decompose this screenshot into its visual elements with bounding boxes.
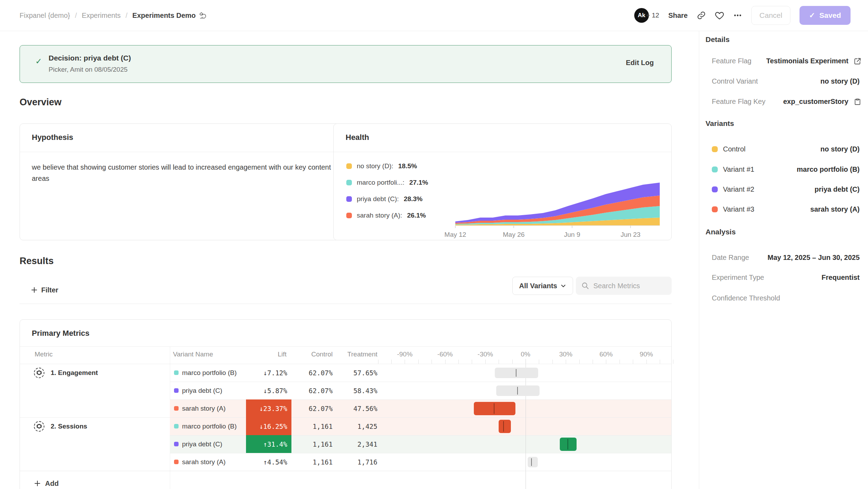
metric-cell: 1. Engagement	[34, 364, 98, 382]
variant-name: marco portfolio (B)	[182, 369, 237, 377]
search-metrics-box	[576, 277, 672, 295]
decision-banner: ✓ Decision: priya debt (C) Picker, Amit …	[20, 45, 672, 83]
search-metrics-input[interactable]	[593, 282, 664, 290]
treatment-value: 1,716	[328, 453, 377, 471]
legend-value: 28.3%	[404, 195, 422, 203]
metric-table-row[interactable]: sarah story (A)↓23.37%62.07%47.56%	[20, 399, 671, 417]
external-link-icon[interactable]	[853, 57, 862, 65]
cancel-button[interactable]: Cancel	[751, 6, 790, 25]
variant-cell: priya debt (C)	[174, 382, 222, 399]
right-sidebar: DetailsFeature FlagTestimonials Experime…	[699, 31, 868, 489]
health-legend-item: priya debt (C):28.3%	[346, 195, 422, 203]
add-metric-button[interactable]: Add	[34, 476, 59, 489]
ci-median-tick	[567, 439, 568, 449]
legend-label: priya debt (C):	[357, 195, 399, 203]
add-filter-button[interactable]: Filter	[31, 281, 58, 299]
hypothesis-card: Hypothesis we believe that showing custo…	[20, 123, 344, 240]
metric-table-row[interactable]: sarah story (A)↑4.54%1,1611,716	[20, 453, 671, 471]
breadcrumb-item-experiments[interactable]: Experiments	[82, 12, 121, 20]
main-content: ✓ Decision: priya debt (C) Picker, Amit …	[0, 31, 699, 489]
axis-tick	[673, 360, 673, 364]
breadcrumb-item-current[interactable]: Experiments Demo	[132, 12, 206, 20]
sidebar-row-variant-2: Variant #2priya debt (C)	[699, 183, 868, 197]
plus-icon	[31, 286, 38, 293]
sidebar-row-experiment-type: Experiment TypeFrequentist	[699, 271, 868, 285]
confidence-interval-bar	[496, 385, 540, 396]
confidence-interval-bar	[474, 402, 515, 415]
variant-color-swatch	[712, 166, 718, 172]
variants-dropdown[interactable]: All Variants	[512, 277, 573, 295]
primary-metrics-card: Primary Metrics Metric Variant Name Lift…	[20, 319, 672, 489]
sidebar-value: May 12, 2025 – Jun 30, 2025	[767, 254, 860, 262]
sidebar-row-feature-flag-key: Feature Flag Keyexp_customerStory	[699, 95, 868, 109]
chevron-down-icon	[560, 283, 566, 289]
x-axis-tick-label: Jun 23	[621, 231, 641, 238]
metric-table-row[interactable]: priya debt (C)↓5.87%62.07%58.43%	[20, 382, 671, 399]
copy-link-icon[interactable]	[697, 11, 706, 20]
sidebar-value: Testimonials Experiment	[766, 57, 848, 65]
health-card: Health no story (D):18.5%marco portfoli.…	[333, 123, 672, 240]
sidebar-value: priya debt (C)	[815, 185, 860, 193]
variant-name: priya debt (C)	[182, 387, 222, 395]
sidebar-heading-details: Details	[706, 35, 730, 44]
share-button[interactable]: Share	[668, 12, 688, 20]
plus-icon	[34, 480, 41, 487]
breadcrumb-item-project[interactable]: Fixpanel {demo}	[20, 12, 70, 20]
favorite-heart-icon[interactable]	[715, 11, 724, 20]
metric-table-row[interactable]: 2. Sessionsmarco portfolio (B)↓16.25%1,1…	[20, 417, 671, 435]
variant-color-swatch	[712, 186, 718, 192]
row-divider	[170, 453, 671, 453]
ci-median-tick	[494, 403, 494, 414]
sidebar-label: Feature Flag Key	[712, 98, 765, 106]
control-value: 62.07%	[284, 382, 333, 399]
legend-label: marco portfoli...:	[357, 179, 404, 186]
divider	[20, 304, 672, 304]
sidebar-row-date-range: Date RangeMay 12, 2025 – Jun 30, 2025	[699, 251, 868, 265]
legend-color-swatch	[346, 180, 352, 185]
control-value: 1,161	[284, 435, 333, 453]
health-chart-svg: May 12May 26Jun 9Jun 23	[453, 183, 662, 239]
sidebar-heading-variants: Variants	[706, 119, 734, 128]
row-highlight	[170, 399, 671, 417]
saved-button[interactable]: ✓ Saved	[800, 6, 851, 25]
sidebar-value: sarah story (A)	[810, 205, 860, 213]
clipboard-icon[interactable]	[853, 98, 862, 106]
metric-table-row[interactable]: 1. Engagementmarco portfolio (B)↓7.12%62…	[20, 364, 671, 382]
health-legend-item: sarah story (A):26.1%	[346, 212, 426, 219]
variant-cell: priya debt (C)	[174, 435, 222, 453]
variant-cell: marco portfolio (B)	[174, 417, 237, 435]
more-options-icon[interactable]	[733, 11, 742, 20]
zero-percent-gridline	[526, 359, 526, 489]
divider	[334, 152, 671, 152]
row-highlight	[170, 417, 671, 435]
metric-table-row[interactable]: priya debt (C)↑31.4%1,1612,341	[20, 435, 671, 453]
search-icon	[581, 282, 589, 290]
breadcrumb-separator: /	[75, 12, 77, 20]
variant-color-swatch	[174, 388, 179, 393]
control-value: 62.07%	[284, 399, 333, 417]
sidebar-label: Control Variant	[712, 77, 758, 85]
legend-color-swatch	[346, 163, 352, 169]
legend-value: 18.5%	[398, 162, 417, 170]
edit-log-button[interactable]: Edit Log	[626, 59, 654, 67]
sidebar-label: Confidence Threshold	[712, 294, 780, 302]
sidebar-label: Variant #3	[723, 205, 754, 213]
sidebar-value: marco portfolio (B)	[797, 165, 860, 173]
confidence-interval-bar	[560, 438, 577, 451]
sidebar-label: Date Range	[712, 254, 749, 262]
confidence-interval-bar	[528, 457, 538, 467]
treatment-value: 1,425	[328, 417, 377, 435]
legend-color-swatch	[346, 196, 352, 202]
sidebar-value: no story (D)	[820, 145, 860, 153]
sidebar-value: exp_customerStory	[783, 98, 848, 106]
health-title: Health	[346, 133, 369, 142]
metric-goal-icon	[34, 421, 44, 432]
ci-median-tick	[503, 421, 504, 432]
metric-name: 1. Engagement	[51, 369, 98, 377]
variant-name: priya debt (C)	[182, 440, 222, 448]
breadcrumb: Fixpanel {demo}/Experiments/Experiments …	[20, 0, 206, 31]
variant-cell: marco portfolio (B)	[174, 364, 237, 382]
variant-cell: sarah story (A)	[174, 399, 226, 417]
health-legend-item: no story (D):18.5%	[346, 162, 417, 170]
row-divider	[170, 382, 671, 382]
